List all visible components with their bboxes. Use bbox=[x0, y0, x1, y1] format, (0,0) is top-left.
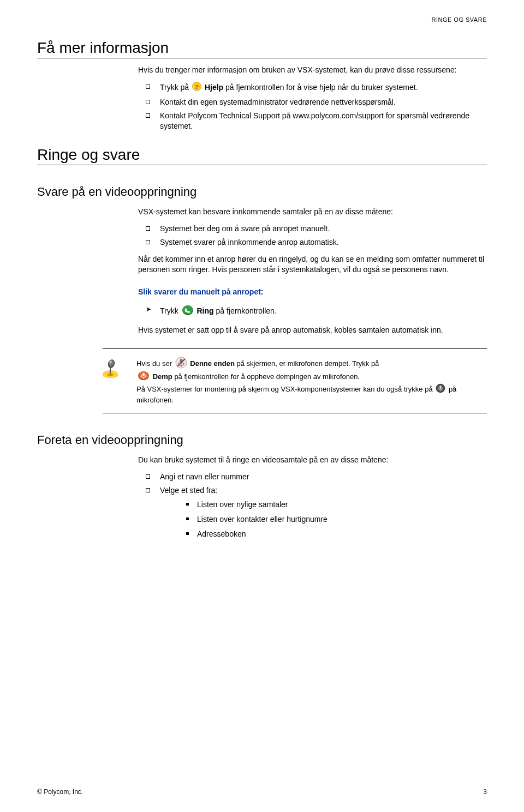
list-item: Adresseboken bbox=[182, 529, 487, 539]
text-bold: Hjelp bbox=[205, 83, 223, 92]
list-item: Systemet ber deg om å svare på anropet m… bbox=[138, 224, 487, 234]
list-item: Velge et sted fra: Listen over nylige sa… bbox=[138, 485, 487, 540]
subsection-heading-place: Foreta en videooppringning bbox=[37, 433, 487, 447]
text-fragment: Hvis du ser bbox=[136, 359, 174, 367]
svg-rect-21 bbox=[440, 386, 442, 389]
help-icon: ? bbox=[192, 82, 201, 94]
mic-button-icon bbox=[436, 383, 445, 396]
list-item: Trykk på ? Hjelp på fjernkontrollen for … bbox=[138, 82, 487, 94]
paragraph: VSX-systemet kan besvare innkommende sam… bbox=[138, 207, 487, 217]
page-footer: © Polycom, Inc. 3 bbox=[37, 788, 487, 796]
list-item: Kontakt din egen systemadministrator ved… bbox=[138, 97, 487, 107]
pushpin-icon bbox=[99, 356, 123, 381]
text-fragment: på fjernkontrollen for å vise hjelp når … bbox=[225, 83, 418, 92]
note-block: Hvis du ser Denne enden på skjermen, er … bbox=[103, 348, 487, 413]
arrow-list: Trykk Ring på fjernkontrollen. bbox=[138, 305, 487, 318]
bullet-list: Angi et navn eller nummer Velge et sted … bbox=[138, 472, 487, 539]
text-bold: Demp bbox=[153, 372, 172, 381]
document-page: RINGE OG SVARE Få mer informasjon Hvis d… bbox=[0, 0, 524, 812]
bullet-list: Systemet ber deg om å svare på anropet m… bbox=[138, 224, 487, 248]
section-heading-info: Få mer informasjon bbox=[37, 39, 487, 58]
svg-rect-17 bbox=[142, 373, 145, 376]
text-fragment: Trykk på bbox=[160, 83, 191, 92]
running-header: RINGE OG SVARE bbox=[37, 16, 487, 23]
list-item: Angi et navn eller nummer bbox=[138, 472, 487, 482]
svg-point-4 bbox=[183, 305, 193, 314]
text-fragment: På VSX-systemer for montering på skjerm … bbox=[136, 384, 434, 393]
paragraph: Hvis du trenger mer informasjon om bruke… bbox=[138, 65, 487, 75]
text-fragment: Trykk bbox=[160, 306, 181, 315]
call-icon bbox=[182, 305, 194, 318]
list-item: Listen over kontakter eller hurtignumre bbox=[182, 514, 487, 525]
text-fragment: på fjernkontrollen for å oppheve demping… bbox=[174, 372, 360, 381]
paragraph: Hvis systemet er satt opp til å svare på… bbox=[138, 325, 487, 335]
text-fragment: Velge et sted fra: bbox=[160, 486, 217, 495]
sub-bullet-list: Listen over nylige samtaler Listen over … bbox=[182, 500, 487, 539]
svg-point-10 bbox=[107, 374, 114, 376]
svg-text:?: ? bbox=[195, 83, 199, 89]
section-body-place: Du kan bruke systemet til å ringe en vid… bbox=[138, 455, 487, 539]
section-heading-callanswer: Ringe og svare bbox=[37, 146, 487, 165]
section-body-info: Hvis du trenger mer informasjon om bruke… bbox=[138, 65, 487, 131]
procedure-heading: Slik svarer du manuelt på anropet: bbox=[138, 287, 487, 297]
text-bold: Ring bbox=[196, 306, 213, 315]
text-fragment: på skjermen, er mikrofonen dempet. Trykk… bbox=[237, 359, 379, 367]
text-bold: Denne enden bbox=[190, 359, 235, 367]
note-text: Hvis du ser Denne enden på skjermen, er … bbox=[136, 357, 487, 405]
bullet-list: Trykk på ? Hjelp på fjernkontrollen for … bbox=[138, 82, 487, 131]
footer-page-number: 3 bbox=[483, 788, 487, 796]
mic-muted-icon bbox=[175, 357, 187, 371]
list-item: Listen over nylige samtaler bbox=[182, 500, 487, 510]
paragraph: Når det kommer inn et anrop hører du en … bbox=[138, 254, 487, 275]
list-item: Trykk Ring på fjernkontrollen. bbox=[138, 305, 487, 318]
footer-copyright: © Polycom, Inc. bbox=[37, 788, 83, 796]
subsection-heading-answer: Svare på en videooppringning bbox=[37, 185, 487, 199]
list-item: Systemet svarer på innkommende anrop aut… bbox=[138, 237, 487, 248]
paragraph: Du kan bruke systemet til å ringe en vid… bbox=[138, 455, 487, 465]
section-body-answer: VSX-systemet kan besvare innkommende sam… bbox=[138, 207, 487, 335]
text-fragment: på fjernkontrollen. bbox=[216, 306, 276, 315]
list-item: Kontakt Polycom Technical Support på www… bbox=[138, 111, 487, 131]
mute-button-icon bbox=[138, 371, 150, 383]
